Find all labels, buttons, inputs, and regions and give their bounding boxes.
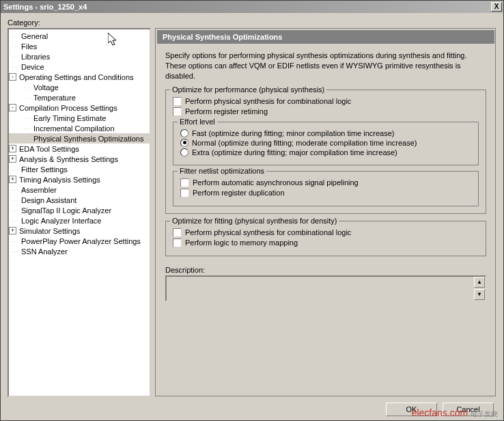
tree-branch-icon: ····	[21, 116, 33, 120]
radio-effort-normal[interactable]	[180, 139, 188, 147]
chk-comb-logic-density[interactable]	[173, 228, 182, 237]
tree-item-libraries[interactable]: ····Libraries	[9, 51, 150, 62]
category-label: Category:	[8, 18, 496, 27]
tree-item-device[interactable]: ····Device	[9, 62, 150, 72]
tree-item-label: Fitter Settings	[21, 165, 68, 174]
category-tree[interactable]: ····General····Files····Libraries····Dev…	[8, 28, 151, 397]
tree-item-label: EDA Tool Settings	[19, 145, 79, 153]
titlebar: Settings - srio_1250_x4 X	[1, 1, 503, 13]
tree-item-compilation-process-settings[interactable]: -Compilation Process Settings	[9, 103, 150, 113]
tree-item-simulator-settings[interactable]: +Simulator Settings	[9, 226, 150, 236]
tree-item-label: Design Assistant	[21, 196, 76, 204]
tree-branch-icon: ····	[9, 44, 21, 49]
content-area: Category: ····General····Files····Librar…	[1, 13, 503, 420]
group-performance-legend: Optimize for performance (physical synth…	[170, 85, 326, 94]
tree-item-operating-settings-and-conditions[interactable]: -Operating Settings and Conditions	[9, 72, 150, 82]
tree-item-label: Analysis & Synthesis Settings	[19, 155, 118, 163]
group-fitter-legend: Fitter netlist optimizations	[178, 167, 266, 175]
watermark: elecfans.com 电子发烧	[412, 407, 498, 419]
chk-logic-memory-mapping-label: Perform logic to memory mapping	[185, 239, 298, 247]
tree-item-early-timing-estimate[interactable]: ····Early Timing Estimate	[9, 113, 150, 123]
tree-item-label: Device	[21, 63, 44, 71]
tree-item-ssn-analyzer[interactable]: ····SSN Analyzer	[9, 246, 150, 256]
chk-register-duplication[interactable]	[180, 189, 189, 198]
group-density-legend: Optimize for fitting (physical synthesis…	[170, 217, 339, 225]
tree-item-label: Timing Analysis Settings	[19, 176, 100, 184]
chk-comb-logic-perf[interactable]	[173, 97, 182, 106]
tree-branch-icon: ····	[21, 96, 33, 100]
tree-item-incremental-compilation[interactable]: ····Incremental Compilation	[9, 123, 150, 133]
tree-item-label: Operating Settings and Conditions	[19, 73, 134, 81]
radio-effort-fast[interactable]	[180, 129, 188, 137]
panel-body: Specify options for performing physical …	[157, 44, 494, 395]
tree-item-assembler[interactable]: ····Assembler	[9, 185, 150, 195]
panel-header: Physical Synthesis Optimizations	[157, 30, 494, 44]
tree-branch-icon: ····	[21, 126, 33, 131]
tree-item-physical-synthesis-optimizations[interactable]: ····Physical Synthesis Optimizations	[9, 133, 150, 144]
tree-expand-icon[interactable]: +	[9, 155, 16, 163]
tree-item-temperature[interactable]: ····Temperature	[9, 92, 150, 103]
tree-item-powerplay-power-analyzer-settings[interactable]: ····PowerPlay Power Analyzer Settings	[9, 236, 150, 246]
scroll-down-button[interactable]: ▼	[474, 289, 485, 300]
radio-effort-normal-label: Normal (optimize during fitting; moderat…	[192, 139, 417, 147]
tree-item-files[interactable]: ····Files	[9, 41, 150, 51]
group-performance: Optimize for performance (physical synth…	[165, 90, 486, 214]
radio-effort-extra-label: Extra (optimize during fitting; major co…	[192, 148, 397, 157]
group-fitter-netlist: Fitter netlist optimizations Perform aut…	[173, 171, 479, 206]
tree-item-label: Incremental Compilation	[33, 124, 115, 133]
tree-branch-icon: ····	[9, 208, 21, 213]
tree-item-design-assistant[interactable]: ····Design Assistant	[9, 195, 150, 205]
tree-expand-icon[interactable]: -	[9, 73, 16, 81]
tree-item-general[interactable]: ····General	[9, 31, 150, 41]
tree-item-analysis-synthesis-settings[interactable]: +Analysis & Synthesis Settings	[9, 154, 150, 164]
tree-item-label: Temperature	[33, 94, 76, 102]
group-effort-legend: Effort level	[178, 118, 217, 126]
scroll-up-button[interactable]: ▲	[474, 277, 485, 288]
tree-item-label: Files	[21, 42, 37, 51]
tree-branch-icon: ····	[9, 239, 21, 243]
group-density: Optimize for fitting (physical synthesis…	[165, 221, 486, 256]
radio-effort-extra[interactable]	[180, 148, 188, 157]
chk-async-pipelining-label: Perform automatic asynchronous signal pi…	[193, 178, 359, 187]
tree-branch-icon: ····	[9, 198, 21, 202]
chk-register-retiming-label: Perform register retiming	[185, 107, 268, 116]
tree-expand-icon[interactable]: +	[9, 227, 16, 234]
description-textarea[interactable]: ▲ ▼	[165, 275, 486, 301]
tree-branch-icon: ····	[9, 249, 21, 254]
tree-item-voltage[interactable]: ····Voltage	[9, 82, 150, 92]
tree-item-label: SSN Analyzer	[21, 247, 68, 256]
tree-branch-icon: ····	[21, 85, 33, 90]
chk-register-retiming[interactable]	[173, 107, 182, 116]
tree-item-timing-analysis-settings[interactable]: +Timing Analysis Settings	[9, 174, 150, 185]
window-title: Settings - srio_1250_x4	[3, 3, 491, 11]
chk-logic-memory-mapping[interactable]	[173, 239, 182, 247]
description-label: Description:	[165, 266, 486, 274]
chk-comb-logic-perf-label: Perform physical synthesis for combinati…	[185, 97, 351, 105]
tree-item-label: Physical Synthesis Optimizations	[33, 135, 143, 143]
tree-branch-icon: ····	[9, 219, 21, 223]
tree-item-label: General	[21, 32, 48, 40]
tree-item-eda-tool-settings[interactable]: +EDA Tool Settings	[9, 144, 150, 154]
radio-effort-fast-label: Fast (optimize during fitting; minor com…	[192, 129, 395, 137]
close-button[interactable]: X	[491, 2, 502, 12]
chk-register-duplication-label: Perform register duplication	[193, 189, 285, 197]
tree-branch-icon: ····	[9, 34, 21, 38]
tree-item-label: SignalTap II Logic Analyzer	[21, 206, 111, 215]
tree-branch-icon: ····	[21, 137, 33, 141]
tree-item-signaltap-ii-logic-analyzer[interactable]: ····SignalTap II Logic Analyzer	[9, 205, 150, 215]
tree-item-label: Simulator Settings	[19, 227, 80, 235]
group-effort-level: Effort level Fast (optimize during fitti…	[173, 122, 479, 165]
tree-item-fitter-settings[interactable]: ····Fitter Settings	[9, 164, 150, 174]
tree-item-label: Early Timing Estimate	[33, 114, 106, 122]
tree-expand-icon[interactable]: +	[9, 176, 16, 183]
chk-comb-logic-density-label: Perform physical synthesis for combinati…	[185, 228, 351, 236]
tree-branch-icon: ····	[9, 188, 21, 192]
tree-expand-icon[interactable]: -	[9, 104, 16, 111]
tree-item-label: PowerPlay Power Analyzer Settings	[21, 237, 141, 245]
layout: ····General····Files····Libraries····Dev…	[8, 28, 496, 397]
tree-expand-icon[interactable]: +	[9, 145, 16, 152]
tree-branch-icon: ····	[9, 167, 21, 172]
chk-async-pipelining[interactable]	[180, 178, 189, 187]
tree-item-logic-analyzer-interface[interactable]: ····Logic Analyzer Interface	[9, 215, 150, 226]
tree-item-label: Voltage	[33, 83, 59, 92]
